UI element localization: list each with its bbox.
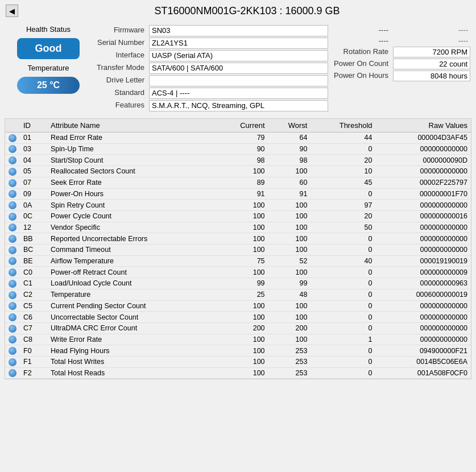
status-dot [9,291,16,299]
row-id: C6 [20,312,47,323]
row-worst: 100 [268,267,311,278]
health-badge: Good [17,38,80,59]
row-worst: 253 [268,357,311,368]
table-row: 07 Seek Error Rate 89 60 45 00002F225797 [5,177,471,188]
status-dot-cell [5,312,20,323]
row-name: Seek Error Rate [47,177,217,188]
row-raw: 0000000090D [376,155,471,166]
row-worst: 60 [268,177,311,188]
row-threshold: 0 [311,143,375,155]
status-dot [9,213,16,221]
status-dot [9,336,16,343]
row-id: 07 [20,177,47,188]
status-dot-cell [5,233,20,245]
firmware-label: Firmware [97,25,144,36]
row-name: Power-off Retract Count [47,267,217,278]
row-name: Vendor Specific [47,222,217,233]
table-row: 05 Reallocated Sectors Count 100 100 10 … [5,166,471,177]
row-name: Head Flying Hours [47,345,217,357]
main-window: ◀ ST16000NM001G-2KK103 : 16000.9 GB Heal… [0,0,476,379]
row-current: 100 [217,166,268,177]
row-raw: 000000000000 [376,233,471,245]
smart-table: ID Attribute Name Current Worst Threshol… [5,119,471,379]
row-name: Start/Stop Count [47,155,217,166]
row-id: 12 [20,222,47,233]
table-row: F0 Head Flying Hours 100 253 0 094900000… [5,345,471,357]
serial-value: ZL2A1YS1 [149,38,328,49]
table-row: C1 Load/Unload Cycle Count 99 99 0 00000… [5,278,471,289]
row-worst: 100 [268,312,311,323]
row-raw: 000000000000 [376,200,471,211]
firmware-value: SN03 [149,25,328,36]
table-row: 03 Spin-Up Time 90 90 0 000000000000 [5,143,471,155]
row-name: Read Error Rate [47,133,217,144]
table-header: ID Attribute Name Current Worst Threshol… [5,119,471,133]
row-raw: 0014B5C06E6A [376,357,471,368]
table-row: C0 Power-off Retract Count 100 100 0 000… [5,267,471,278]
row-name: Power Cycle Count [47,210,217,222]
row-id: 04 [20,155,47,166]
row-worst: 100 [268,210,311,222]
row-worst: 100 [268,300,311,312]
col-worst: Worst [268,119,311,133]
standard-label: Standard [97,88,144,99]
row-id: C8 [20,334,47,345]
row-name: Spin-Up Time [47,143,217,155]
row-current: 100 [217,357,268,368]
status-dot-cell [5,334,20,345]
row-current: 100 [217,200,268,211]
transfer-label: Transfer Mode [97,63,144,74]
row-name: Temperature [47,289,217,300]
row-current: 100 [217,267,268,278]
row-threshold: 0 [311,300,375,312]
features-label: Features [97,100,144,111]
col-raw: Raw Values [376,119,471,133]
col-dot [5,119,20,133]
row-worst: 99 [268,278,311,289]
power-info: ---- ---- ---- ---- Rotation Rate 7200 R… [334,25,470,111]
status-dot [9,168,16,176]
row-current: 75 [217,255,268,267]
drive-letter-value[interactable] [149,75,328,86]
back-button[interactable]: ◀ [6,5,18,17]
page-title: ST16000NM001G-2KK103 : 16000.9 GB [24,5,470,17]
row-current: 100 [217,210,268,222]
row-worst: 100 [268,200,311,211]
table-row: 0C Power Cycle Count 100 100 20 00000000… [5,210,471,222]
row-worst: 52 [268,255,311,267]
row-name: Airflow Temperature [47,255,217,267]
row-threshold: 0 [311,278,375,289]
smart-table-container: ID Attribute Name Current Worst Threshol… [5,118,471,379]
table-row: C8 Write Error Rate 100 100 1 0000000000… [5,334,471,345]
col-id: ID [20,119,47,133]
row-current: 200 [217,322,268,334]
table-row: C6 Uncorrectable Sector Count 100 100 0 … [5,312,471,323]
row-raw: 000000000000 [376,245,471,256]
row-name: Uncorrectable Sector Count [47,312,217,323]
table-row: BB Reported Uncorrectable Errors 100 100… [5,233,471,245]
dash2: ---- [393,25,470,35]
row-worst: 100 [268,245,311,256]
status-dot-cell [5,200,20,211]
standard-value: ACS-4 | ---- [149,88,328,99]
dash4: ---- [393,36,470,45]
status-dot [9,134,16,142]
status-dot-cell [5,278,20,289]
status-dot-cell [5,133,20,144]
status-dot-cell [5,143,20,155]
row-name: Current Pending Sector Count [47,300,217,312]
row-threshold: 0 [311,188,375,200]
row-current: 100 [217,300,268,312]
temp-label: Temperature [28,64,69,72]
row-worst: 98 [268,155,311,166]
drive-info: Firmware SN03 Serial Number ZL2A1YS1 Int… [97,25,328,111]
row-id: C0 [20,267,47,278]
row-worst: 48 [268,289,311,300]
row-current: 100 [217,222,268,233]
row-raw: 000000000000 [376,334,471,345]
row-threshold: 0 [311,245,375,256]
row-raw: 001A508F0CF0 [376,367,471,379]
row-id: F2 [20,367,47,379]
row-id: F0 [20,345,47,357]
row-raw: 00002F225797 [376,177,471,188]
